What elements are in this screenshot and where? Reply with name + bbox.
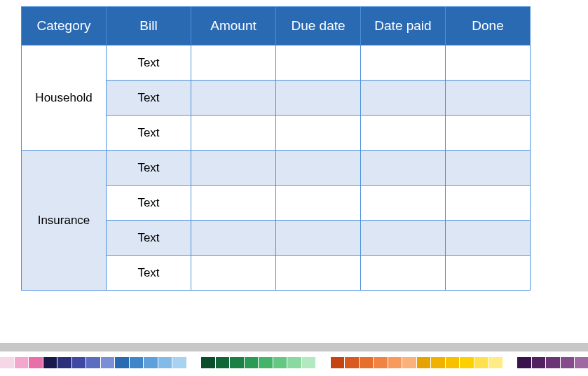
color-swatch[interactable] <box>575 357 588 368</box>
bill-tracker-table[interactable]: Category Bill Amount Due date Date paid … <box>21 6 531 291</box>
done-cell[interactable] <box>446 46 531 81</box>
bill-cell[interactable]: Text <box>107 81 191 116</box>
color-swatch[interactable] <box>72 357 87 368</box>
color-swatch[interactable] <box>517 357 532 368</box>
bill-cell[interactable]: Text <box>107 116 191 151</box>
due-date-cell[interactable] <box>276 256 361 291</box>
color-swatch[interactable] <box>273 357 288 368</box>
color-swatch[interactable] <box>187 357 202 368</box>
color-swatch[interactable] <box>402 357 417 368</box>
color-swatch[interactable] <box>57 357 72 368</box>
col-date-paid: Date paid <box>361 7 446 46</box>
color-swatch[interactable] <box>345 357 360 368</box>
color-swatch[interactable] <box>101 357 116 368</box>
color-swatch[interactable] <box>446 357 460 368</box>
color-swatch[interactable] <box>460 357 474 368</box>
date-paid-cell[interactable] <box>361 221 446 256</box>
amount-cell[interactable] <box>191 186 276 221</box>
color-swatch[interactable] <box>130 357 144 368</box>
due-date-cell[interactable] <box>276 151 361 186</box>
col-done: Done <box>446 7 531 46</box>
date-paid-cell[interactable] <box>361 81 446 116</box>
col-category: Category <box>22 7 107 46</box>
due-date-cell[interactable] <box>276 186 361 221</box>
date-paid-cell[interactable] <box>361 256 446 291</box>
bill-cell[interactable]: Text <box>107 151 191 186</box>
color-swatch[interactable] <box>431 357 446 368</box>
done-cell[interactable] <box>446 116 531 151</box>
done-cell[interactable] <box>446 151 531 186</box>
color-swatch[interactable] <box>331 357 346 368</box>
due-date-cell[interactable] <box>276 81 361 116</box>
color-swatch[interactable] <box>316 357 331 368</box>
date-paid-cell[interactable] <box>361 186 446 221</box>
amount-cell[interactable] <box>191 81 276 116</box>
color-swatch[interactable] <box>302 357 317 368</box>
date-paid-cell[interactable] <box>361 116 446 151</box>
bill-cell[interactable]: Text <box>107 186 191 221</box>
done-cell[interactable] <box>446 81 531 116</box>
bill-cell[interactable]: Text <box>107 256 191 291</box>
col-bill: Bill <box>107 7 191 46</box>
done-cell[interactable] <box>446 221 531 256</box>
color-swatch[interactable] <box>245 357 259 368</box>
color-swatch[interactable] <box>43 357 58 368</box>
color-swatch[interactable] <box>259 357 273 368</box>
color-swatch[interactable] <box>360 357 374 368</box>
color-swatch[interactable] <box>417 357 432 368</box>
color-swatch[interactable] <box>374 357 388 368</box>
date-paid-cell[interactable] <box>361 46 446 81</box>
bill-cell[interactable]: Text <box>107 221 191 256</box>
color-swatch[interactable] <box>15 357 29 368</box>
col-amount: Amount <box>191 7 276 46</box>
table-header-row: Category Bill Amount Due date Date paid … <box>22 7 531 46</box>
category-cell[interactable]: Household <box>22 46 107 151</box>
footer-divider <box>0 343 588 351</box>
amount-cell[interactable] <box>191 116 276 151</box>
amount-cell[interactable] <box>191 221 276 256</box>
color-swatch[interactable] <box>0 357 15 368</box>
color-swatch[interactable] <box>86 357 101 368</box>
color-swatch[interactable] <box>29 357 43 368</box>
color-swatch[interactable] <box>144 357 158 368</box>
color-swatch[interactable] <box>474 357 489 368</box>
color-swatch[interactable] <box>216 357 231 368</box>
amount-cell[interactable] <box>191 256 276 291</box>
due-date-cell[interactable] <box>276 221 361 256</box>
color-swatch[interactable] <box>546 357 561 368</box>
table-row[interactable]: HouseholdText <box>22 46 531 81</box>
color-swatch[interactable] <box>158 357 173 368</box>
amount-cell[interactable] <box>191 46 276 81</box>
color-swatch[interactable] <box>388 357 403 368</box>
color-swatch[interactable] <box>532 357 547 368</box>
due-date-cell[interactable] <box>276 46 361 81</box>
amount-cell[interactable] <box>191 151 276 186</box>
bill-cell[interactable]: Text <box>107 46 191 81</box>
color-swatch[interactable] <box>287 357 302 368</box>
color-swatch[interactable] <box>201 357 216 368</box>
date-paid-cell[interactable] <box>361 151 446 186</box>
color-swatch[interactable] <box>230 357 245 368</box>
color-swatch[interactable] <box>115 357 130 368</box>
color-palette[interactable] <box>0 357 588 368</box>
color-swatch[interactable] <box>561 357 575 368</box>
due-date-cell[interactable] <box>276 116 361 151</box>
category-cell[interactable]: Insurance <box>22 151 107 291</box>
col-due-date: Due date <box>276 7 361 46</box>
color-swatch[interactable] <box>503 357 518 368</box>
table-row[interactable]: InsuranceText <box>22 151 531 186</box>
done-cell[interactable] <box>446 186 531 221</box>
color-swatch[interactable] <box>488 357 503 368</box>
color-swatch[interactable] <box>172 357 187 368</box>
done-cell[interactable] <box>446 256 531 291</box>
